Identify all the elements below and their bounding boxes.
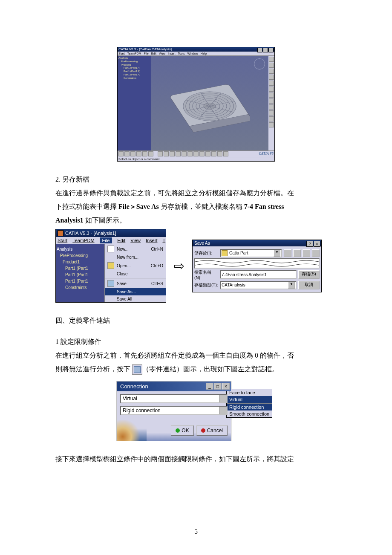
minimize-icon[interactable]: _ [206,383,213,390]
menu-item-open[interactable]: Open...Ctrl+O [105,261,166,270]
model-tree: Analysis PreProcessing Product1 Part1 (P… [56,244,104,302]
section-save-as: 2. 另存新檔 在進行邊界條件與負載設定之前，可先將組立之分析模組儲存為應力分析… [55,173,337,227]
cancel-button[interactable]: Cancel [196,425,228,436]
viewport-3d [151,56,268,150]
connection-dialog: Connection _□× Virtual Rigid connection … [116,381,231,441]
popup-item-selected[interactable]: Rigid connection [227,404,272,410]
catia-menubar: StartTeamPDMFileEditViewInsertToolsWindo… [118,52,274,56]
fan-model [169,71,250,135]
file-dropdown: New...Ctrl+N New from... Open...Ctrl+O C… [104,244,166,302]
figure-save-as: CATIA V5.3 - [Analysis1] StartTeamPDMFil… [55,229,337,303]
detail-view-icon[interactable] [312,249,320,257]
file-menu-button[interactable]: File [100,237,112,243]
close-icon[interactable]: × [314,241,320,247]
menubar: StartTeamPDMFileEditViewInsertT [56,237,166,244]
compass-icon [254,58,265,69]
popup-item[interactable]: Smooth connection [227,410,272,417]
menu-item-save[interactable]: SaveCtrl+S [105,279,166,288]
up-folder-icon[interactable] [284,249,291,257]
ok-button[interactable]: OK [171,425,193,436]
section-define-connection: 四、定義零件連結 1 設定限制條件 在進行組立分析之前，首先必須將組立件定義成為… [55,314,337,376]
catia-app-icon [58,230,63,236]
save-as-dialog: Save As ?× 儲存於(I): Catia Part▼ 檔案名稱(N): … [192,240,322,292]
figure-connection-dialog: Connection _□× Virtual Rigid connection … [116,381,276,441]
menu-item-close[interactable]: Close [105,270,166,278]
maximize-icon[interactable]: □ [214,383,222,390]
save-location-combo[interactable]: Catia Part▼ [220,249,282,257]
catia-titlebar: CATIA V5.3 - [7-4Fan.CATAnalysis] [118,47,274,52]
step-1-heading: 1 設定限制條件 [55,335,337,349]
arrow-right-icon: ⇨ [174,260,184,272]
model-tree: Analysis PreProcessing Product1 Part1 (P… [118,56,151,150]
menu-item-new-from[interactable]: New from... [105,254,166,261]
connection-type-combo[interactable]: Virtual [120,394,228,403]
window-controls [257,48,274,52]
filetype-combo[interactable]: CATAnalysis▼ [220,281,297,289]
folder-icon [222,250,228,256]
step-2-heading: 2. 另存新檔 [55,173,337,186]
connection-toolbar-icon [132,364,142,375]
file-menu-panel: CATIA V5.3 - [Analysis1] StartTeamPDMFil… [55,229,166,303]
cancel-button[interactable]: 取消 [298,281,320,289]
connection-type-popup: Face to face Virtual Rigid connection Sm… [226,389,272,418]
figure-catia-main: CATIA V5.3 - [7-4Fan.CATAnalysis] StartT… [117,47,275,162]
heading-4: 四、定義零件連結 [55,314,337,327]
menu-item-save-all[interactable]: Save All [105,295,166,303]
status-toolbar: CATIA V5 [118,150,274,157]
paragraph-3: 接下來選擇模型樹組立條件中的兩個面接觸限制條件，如下圖左所示，將其設定 [55,452,337,466]
connection-subtype-combo[interactable]: Rigid connection [120,406,228,415]
popup-item[interactable]: Face to face [227,389,272,396]
popup-item-selected[interactable]: Virtual [227,396,272,403]
new-folder-icon[interactable] [293,249,301,257]
earth-decoration [117,420,147,441]
vertical-toolbar [268,56,274,150]
catia-brand: CATIA V5 [259,152,274,156]
close-icon[interactable]: × [222,383,230,390]
menu-item-save-as[interactable]: Save As... [105,288,166,295]
menu-item-new[interactable]: New...Ctrl+N [105,244,166,254]
filename-input[interactable]: 7-4Fan stress Analysis1 [220,270,297,279]
catia-title-text: CATIA V5.3 - [7-4Fan.CATAnalysis] [118,47,172,51]
page-number: 5 [194,528,198,535]
help-icon[interactable]: ? [306,241,313,247]
list-view-icon[interactable] [303,249,310,257]
save-button[interactable]: 存檔(S) [298,270,320,279]
